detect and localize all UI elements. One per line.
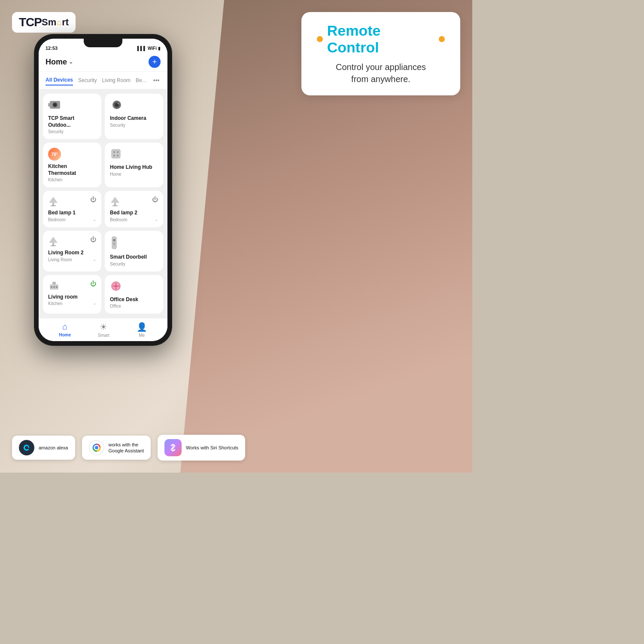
device-icon-thermostat: 78° bbox=[48, 148, 96, 161]
remote-control-subtitle: Control your appliancesfrom anywhere. bbox=[317, 61, 445, 85]
logo-smart-suffix: rt bbox=[62, 17, 69, 28]
google-label: works with theGoogle Assistant bbox=[109, 442, 144, 454]
brand-logo: TCP Sm ⌂ rt bbox=[12, 12, 76, 33]
remote-control-banner: Remote Control Control your appliancesfr… bbox=[301, 12, 460, 95]
svg-rect-25 bbox=[113, 244, 115, 245]
svg-marker-19 bbox=[49, 237, 58, 243]
svg-rect-3 bbox=[48, 103, 50, 107]
google-icon bbox=[89, 440, 104, 455]
bottom-nav: ⌂ Home ☀ Smart 👤 Me bbox=[39, 318, 167, 341]
home-nav-label: Home bbox=[59, 333, 71, 337]
device-card-outdoor-camera[interactable]: TCP Smart Outdoo... Security bbox=[43, 94, 101, 139]
phone-notch bbox=[84, 39, 122, 47]
device-card-indoor-camera[interactable]: Indoor Camera Security bbox=[105, 94, 163, 139]
google-badge: works with theGoogle Assistant bbox=[82, 436, 151, 460]
device-name-bed-lamp-2: Bed lamp 2 bbox=[110, 210, 158, 217]
expand-icon-bed-lamp-2[interactable]: ⌄ bbox=[155, 217, 158, 222]
phone-frame: 12:53 ▌▌▌ WiFi ▮ Home ⌄ + All Devices Se… bbox=[34, 34, 172, 345]
device-card-office-desk[interactable]: Office Desk Office bbox=[105, 275, 163, 314]
svg-point-27 bbox=[51, 286, 52, 288]
add-device-button[interactable]: + bbox=[149, 56, 161, 68]
svg-marker-16 bbox=[111, 197, 119, 203]
svg-point-28 bbox=[53, 286, 55, 288]
siri-icon bbox=[164, 439, 182, 456]
device-room-office-desk: Office bbox=[110, 304, 158, 308]
signal-icon: ▌▌▌ bbox=[137, 46, 146, 51]
device-room-hub: Home bbox=[110, 172, 158, 177]
device-name-living-room: Living room bbox=[48, 294, 96, 301]
device-card-living-room-2[interactable]: ⏻ Living Room 2 Living Room ⌄ bbox=[43, 231, 101, 272]
svg-rect-18 bbox=[112, 205, 118, 206]
svg-rect-9 bbox=[113, 151, 115, 153]
device-name-doorbell: Smart Doorbell bbox=[110, 254, 158, 261]
device-icon-living-room-2 bbox=[48, 236, 58, 250]
svg-rect-10 bbox=[117, 151, 118, 153]
alexa-label: amazon alexa bbox=[39, 445, 68, 451]
alexa-icon bbox=[19, 440, 34, 455]
device-card-thermostat[interactable]: 78° Kitchen Thermostat Kitchen bbox=[43, 143, 101, 187]
phone-mockup: 12:53 ▌▌▌ WiFi ▮ Home ⌄ + All Devices Se… bbox=[34, 34, 172, 345]
tab-be[interactable]: Be... bbox=[136, 76, 146, 85]
device-card-hub[interactable]: Home Living Hub Home bbox=[105, 143, 163, 187]
power-icon-living-room[interactable]: ⏻ bbox=[90, 280, 96, 287]
device-name-thermostat: Kitchen Thermostat bbox=[48, 163, 96, 177]
svg-rect-8 bbox=[112, 150, 120, 158]
device-room-bed-lamp-1: Bedroom bbox=[48, 217, 66, 222]
battery-icon: ▮ bbox=[158, 46, 161, 51]
expand-icon-living-room-2[interactable]: ⌄ bbox=[93, 257, 96, 262]
me-nav-label: Me bbox=[139, 333, 145, 338]
tab-living-room[interactable]: Living Room bbox=[102, 76, 131, 85]
wifi-icon: WiFi bbox=[148, 46, 157, 51]
svg-rect-21 bbox=[51, 245, 56, 246]
siri-badge: Works with Siri Shortcuts bbox=[158, 435, 245, 461]
device-name-indoor-camera: Indoor Camera bbox=[110, 115, 158, 122]
device-room-thermostat: Kitchen bbox=[48, 177, 96, 182]
app-header: Home ⌄ + bbox=[39, 52, 167, 72]
power-icon-living-room-2[interactable]: ⏻ bbox=[90, 236, 96, 243]
tab-all-devices[interactable]: All Devices bbox=[46, 75, 73, 85]
device-room-indoor-camera: Security bbox=[110, 123, 158, 128]
device-room-outdoor-camera: Security bbox=[48, 129, 96, 134]
device-icon-bed-lamp-2 bbox=[110, 196, 120, 210]
tab-security[interactable]: Security bbox=[78, 76, 97, 85]
expand-icon-living-room[interactable]: ⌄ bbox=[93, 301, 96, 305]
svg-rect-11 bbox=[113, 155, 115, 156]
device-room-doorbell: Security bbox=[110, 262, 158, 266]
device-name-bed-lamp-1: Bed lamp 1 bbox=[48, 210, 96, 217]
device-card-bed-lamp-1[interactable]: ⏻ Bed lamp 1 Bedroom ⌄ bbox=[43, 191, 101, 227]
svg-marker-13 bbox=[49, 197, 58, 203]
siri-label: Works with Siri Shortcuts bbox=[186, 445, 238, 451]
device-icon-bed-lamp-1 bbox=[48, 196, 58, 210]
power-icon-bed-lamp-1[interactable]: ⏻ bbox=[90, 196, 96, 203]
chevron-icon: ⌄ bbox=[69, 59, 73, 65]
svg-point-2 bbox=[53, 103, 57, 107]
svg-rect-20 bbox=[52, 243, 54, 245]
device-card-bed-lamp-2[interactable]: ⏻ Bed lamp 2 Bedroom ⌄ bbox=[105, 191, 163, 227]
logo-house-icon: ⌂ bbox=[57, 18, 61, 27]
tab-bar: All Devices Security Living Room Be... •… bbox=[39, 72, 167, 89]
device-grid: TCP Smart Outdoo... Security Indoor Came… bbox=[39, 89, 167, 318]
expand-icon-bed-lamp-1[interactable]: ⌄ bbox=[93, 217, 96, 222]
phone-notch-area bbox=[39, 39, 167, 44]
device-card-doorbell[interactable]: Smart Doorbell Security bbox=[105, 231, 163, 272]
svg-rect-15 bbox=[51, 205, 56, 206]
alexa-badge: amazon alexa bbox=[12, 436, 75, 460]
remote-control-title: Remote Control bbox=[327, 22, 435, 56]
svg-rect-24 bbox=[113, 243, 115, 244]
svg-rect-30 bbox=[52, 282, 56, 284]
orange-dot-right bbox=[439, 36, 445, 42]
device-icon-indoor-camera bbox=[110, 99, 158, 113]
device-icon-living-room bbox=[48, 280, 60, 294]
tab-more-icon[interactable]: ••• bbox=[153, 77, 160, 84]
app-title[interactable]: Home ⌄ bbox=[46, 58, 73, 67]
home-nav-icon: ⌂ bbox=[62, 322, 67, 332]
status-icons: ▌▌▌ WiFi ▮ bbox=[137, 46, 161, 51]
device-room-living-room-2: Living Room bbox=[48, 257, 72, 262]
svg-rect-17 bbox=[114, 203, 116, 205]
device-card-living-room[interactable]: ⏻ Living room Kitchen ⌄ bbox=[43, 275, 101, 314]
nav-me[interactable]: 👤 Me bbox=[137, 322, 147, 338]
power-icon-bed-lamp-2[interactable]: ⏻ bbox=[152, 196, 158, 203]
svg-point-23 bbox=[113, 239, 115, 241]
nav-home[interactable]: ⌂ Home bbox=[59, 322, 71, 338]
nav-smart[interactable]: ☀ Smart bbox=[98, 322, 109, 338]
